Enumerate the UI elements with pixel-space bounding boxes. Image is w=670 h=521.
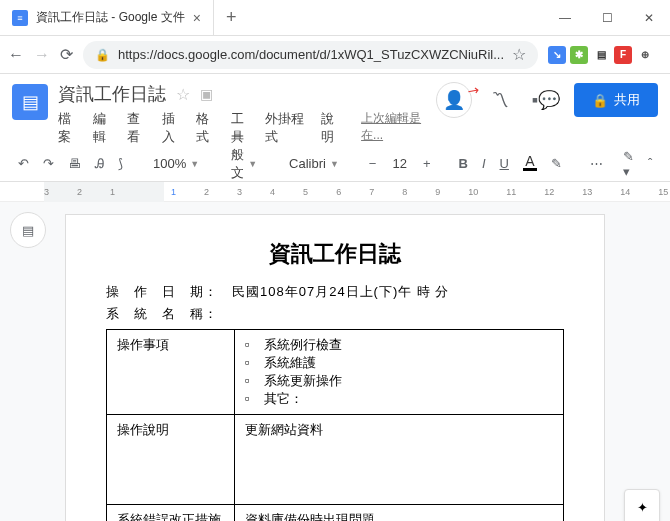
more-toolbar-icon[interactable]: ⋯: [586, 152, 607, 175]
doc-table: 操作事項 ▫系統例行檢查▫系統維護▫系統更新操作▫其它： 操作說明 更新網站資料…: [106, 329, 564, 521]
reload-button[interactable]: ⟳: [60, 45, 73, 64]
menu-item[interactable]: 插入: [162, 110, 183, 146]
tab-title: 資訊工作日誌 - Google 文件: [36, 9, 185, 26]
explore-button[interactable]: ✦: [624, 489, 660, 521]
docs-header: ▤ 資訊工作日誌 ☆ ▣ 檔案編輯查看插入格式工具外掛程式說明上次編輯是在...…: [0, 74, 670, 146]
docs-logo-icon[interactable]: ▤: [12, 84, 48, 120]
docs-toolbar: ↶ ↷ 🖶 Ꭿ ⟆ 100%▼ 一般文字▼ Calibri▼ − 12 + B …: [0, 146, 670, 182]
text-color-button[interactable]: A: [519, 152, 541, 174]
account-switcher-icon[interactable]: 👤: [436, 82, 472, 118]
star-document-icon[interactable]: ☆: [176, 85, 190, 104]
undo-button[interactable]: ↶: [14, 152, 33, 175]
doc-heading: 資訊工作日誌: [106, 239, 564, 269]
extension-icon[interactable]: ⊕: [636, 46, 654, 64]
minimize-button[interactable]: ―: [544, 3, 586, 33]
menu-item[interactable]: 檔案: [58, 110, 79, 146]
share-lock-icon: 🔒: [592, 93, 608, 108]
collapse-toolbar-icon[interactable]: ˆ: [644, 152, 656, 175]
extension-icon[interactable]: ✱: [570, 46, 588, 64]
cell-content: ▫系統例行檢查▫系統維護▫系統更新操作▫其它：: [234, 330, 563, 415]
checkbox-icon: ▫: [245, 337, 250, 352]
font-size-select[interactable]: 12: [386, 154, 412, 173]
cell-content: 更新網站資料: [234, 415, 563, 505]
table-row: 操作事項 ▫系統例行檢查▫系統維護▫系統更新操作▫其它：: [107, 330, 564, 415]
move-folder-icon[interactable]: ▣: [200, 86, 213, 102]
print-button[interactable]: 🖶: [64, 152, 85, 175]
spellcheck-button[interactable]: Ꭿ: [91, 152, 108, 176]
extension-icon[interactable]: F: [614, 46, 632, 64]
document-page[interactable]: 資訊工作日誌 操 作 日 期： 民國108年07月24日上(下)午 時 分 系 …: [65, 214, 605, 521]
browser-tab[interactable]: ≡ 資訊工作日誌 - Google 文件 ×: [0, 0, 214, 36]
docs-favicon: ≡: [12, 10, 28, 26]
cell-label: 操作事項: [107, 330, 235, 415]
table-row: 操作說明 更新網站資料: [107, 415, 564, 505]
share-button[interactable]: 🔒 共用: [574, 83, 658, 117]
underline-button[interactable]: U: [496, 152, 513, 175]
table-row: 系統錯誤改正措施說明 資料庫備份時出現問題: [107, 505, 564, 522]
menu-item[interactable]: 編輯: [93, 110, 114, 146]
check-item-label: 系統更新操作: [264, 372, 342, 390]
lock-icon: 🔒: [95, 48, 110, 62]
check-item-label: 其它：: [264, 390, 303, 408]
font-size-increase[interactable]: +: [419, 152, 435, 175]
menu-item[interactable]: 查看: [127, 110, 148, 146]
font-select[interactable]: Calibri▼: [283, 154, 345, 173]
bold-button[interactable]: B: [455, 152, 472, 175]
menu-item[interactable]: 格式: [196, 110, 217, 146]
url-text: https://docs.google.com/document/d/1xWQ1…: [118, 47, 504, 62]
menu-item[interactable]: 外掛程式: [265, 110, 306, 146]
close-tab-icon[interactable]: ×: [193, 10, 201, 26]
window-title-bar: ≡ 資訊工作日誌 - Google 文件 × + ― ☐ ✕: [0, 0, 670, 36]
last-edit-link[interactable]: 上次編輯是在...: [361, 110, 426, 146]
redo-button[interactable]: ↷: [39, 152, 58, 175]
window-controls: ― ☐ ✕: [544, 3, 670, 33]
zoom-select[interactable]: 100%▼: [147, 154, 205, 173]
maximize-button[interactable]: ☐: [586, 3, 628, 33]
extension-icon[interactable]: ↘: [548, 46, 566, 64]
outline-toggle-button[interactable]: ▤: [10, 212, 46, 248]
check-item-label: 系統例行檢查: [264, 336, 342, 354]
forward-button[interactable]: →: [34, 46, 50, 64]
url-bar[interactable]: 🔒 https://docs.google.com/document/d/1xW…: [83, 41, 538, 69]
document-title[interactable]: 資訊工作日誌: [58, 82, 166, 106]
comments-icon[interactable]: ▪💬: [528, 82, 564, 118]
paint-format-button[interactable]: ⟆: [114, 152, 127, 175]
checkbox-icon: ▫: [245, 355, 250, 370]
address-bar: ← → ⟳ 🔒 https://docs.google.com/document…: [0, 36, 670, 74]
cell-content: 資料庫備份時出現問題: [234, 505, 563, 522]
date-line: 操 作 日 期： 民國108年07月24日上(下)午 時 分: [106, 283, 564, 301]
back-button[interactable]: ←: [8, 46, 24, 64]
ruler[interactable]: 32112345678910111213141516: [0, 182, 670, 202]
highlight-button[interactable]: ✎: [547, 152, 566, 175]
menu-item[interactable]: 說明: [321, 110, 342, 146]
italic-button[interactable]: I: [478, 152, 490, 175]
cell-label: 操作說明: [107, 415, 235, 505]
activity-icon[interactable]: 〽: [482, 82, 518, 118]
document-canvas: ▤ 資訊工作日誌 操 作 日 期： 民國108年07月24日上(下)午 時 分 …: [0, 202, 670, 521]
editing-mode-button[interactable]: ✎ ▾: [619, 145, 638, 183]
close-window-button[interactable]: ✕: [628, 3, 670, 33]
new-tab-button[interactable]: +: [214, 7, 249, 28]
extension-icon[interactable]: ▤: [592, 46, 610, 64]
bookmark-star-icon[interactable]: ☆: [512, 45, 526, 64]
system-line: 系 統 名 稱：: [106, 305, 564, 323]
checkbox-icon: ▫: [245, 391, 250, 406]
cell-label: 系統錯誤改正措施說明: [107, 505, 235, 522]
share-label: 共用: [614, 91, 640, 109]
extension-icons: ↘✱▤F⊕: [548, 46, 654, 64]
checkbox-icon: ▫: [245, 373, 250, 388]
check-item-label: 系統維護: [264, 354, 316, 372]
font-size-decrease[interactable]: −: [365, 152, 381, 175]
